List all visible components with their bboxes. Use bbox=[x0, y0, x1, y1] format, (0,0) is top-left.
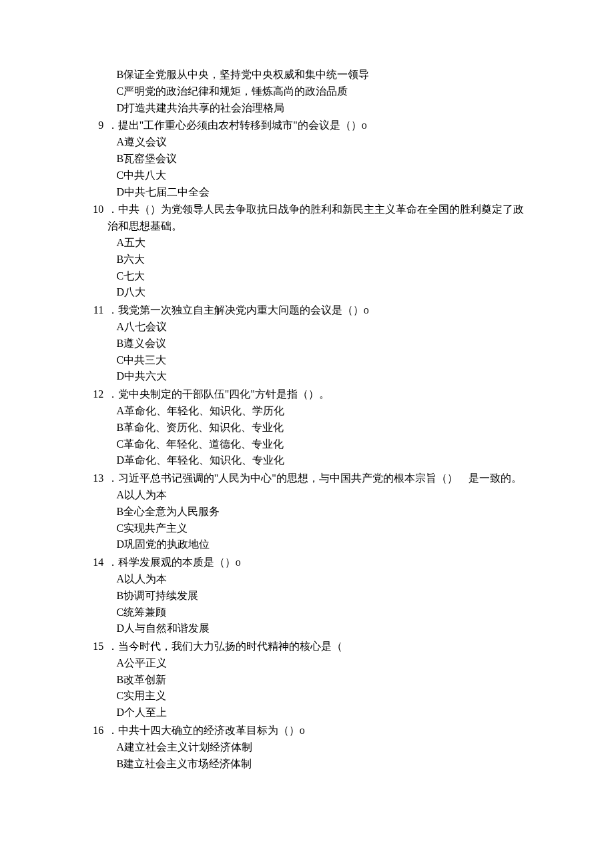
option-text: B改革创新 bbox=[116, 672, 534, 689]
option-text: C七大 bbox=[116, 268, 534, 285]
option-text: B协调可持续发展 bbox=[116, 588, 534, 604]
option-text: D巩固党的执政地位 bbox=[116, 536, 534, 553]
question-number: 15 bbox=[80, 638, 107, 655]
option-text: C革命化、年轻化、道德化、专业化 bbox=[116, 436, 534, 453]
options-list: A革命化、年轻化、知识化、学历化B革命化、资历化、知识化、专业化C革命化、年轻化… bbox=[80, 403, 534, 469]
question-block: 9．提出"工作重心必须由农村转移到城市"的会议是（）oA遵义会议B瓦窑堡会议C中… bbox=[80, 117, 534, 200]
question-stem: 12．党中央制定的干部队伍"四化"方针是指（）。 bbox=[80, 386, 534, 403]
question-stem: 10．中共（）为党领导人民去争取抗日战争的胜利和新民主主义革命在全国的胜利奠定了… bbox=[80, 201, 534, 235]
option-text: A五大 bbox=[116, 235, 534, 252]
options-list: A遵义会议B瓦窑堡会议C中共八大D中共七届二中全会 bbox=[80, 134, 534, 200]
options-list: A建立社会主义计划经济体制B建立社会主义市场经济体制 bbox=[80, 739, 534, 773]
question-stem: 14．科学发展观的本质是（）o bbox=[80, 554, 534, 571]
option-text: D中共七届二中全会 bbox=[116, 184, 534, 201]
option-text: A建立社会主义计划经济体制 bbox=[116, 739, 534, 756]
question-stem: 13．习近平总书记强调的"人民为中心"的思想，与中国共产党的根本宗旨（） 是一致… bbox=[80, 470, 534, 487]
option-text: B全心全意为人民服务 bbox=[116, 504, 534, 520]
question-stem-text: ．提出"工作重心必须由农村转移到城市"的会议是（）o bbox=[107, 117, 534, 134]
question-stem: 15．当今时代，我们大力弘扬的时代精神的核心是（ bbox=[80, 638, 534, 655]
option-text: A遵义会议 bbox=[116, 134, 534, 151]
question-block: 10．中共（）为党领导人民去争取抗日战争的胜利和新民主主义革命在全国的胜利奠定了… bbox=[80, 201, 534, 301]
option-text: C中共八大 bbox=[116, 167, 534, 184]
option-text: B保证全党服从中央，坚持党中央权威和集中统一领导 bbox=[116, 67, 534, 83]
options-list: A以人为本B协调可持续发展C统筹兼顾D人与自然和谐发展 bbox=[80, 571, 534, 637]
option-text: A公平正义 bbox=[116, 655, 534, 672]
question-block: 11．我党第一次独立自主解决党内重大问题的会议是（）oA八七会议B遵义会议C中共… bbox=[80, 302, 534, 385]
option-text: D八大 bbox=[116, 284, 534, 301]
option-text: B六大 bbox=[116, 252, 534, 268]
option-text: D革命化、年轻化、知识化、专业化 bbox=[116, 452, 534, 469]
option-text: C实现共产主义 bbox=[116, 520, 534, 537]
option-text: B瓦窑堡会议 bbox=[116, 151, 534, 167]
option-text: C统筹兼顾 bbox=[116, 604, 534, 621]
question-number: 10 bbox=[80, 201, 107, 218]
option-text: C实用主义 bbox=[116, 688, 534, 705]
options-list: A公平正义B改革创新C实用主义D个人至上 bbox=[80, 655, 534, 721]
question-number: 13 bbox=[80, 470, 107, 487]
question-stem-text: ．中共十四大确立的经济改革目标为（）o bbox=[107, 723, 534, 739]
option-text: C严明党的政治纪律和规矩，锤炼高尚的政治品质 bbox=[116, 83, 534, 100]
question-stem-text: ．科学发展观的本质是（）o bbox=[107, 554, 534, 571]
option-text: D个人至上 bbox=[116, 705, 534, 721]
question-block: 13．习近平总书记强调的"人民为中心"的思想，与中国共产党的根本宗旨（） 是一致… bbox=[80, 470, 534, 553]
option-text: D中共六大 bbox=[116, 368, 534, 385]
question-number: 16 bbox=[80, 723, 107, 739]
option-text: D打造共建共治共享的社会治理格局 bbox=[116, 100, 534, 117]
option-text: B建立社会主义市场经济体制 bbox=[116, 756, 534, 773]
question-number: 11 bbox=[80, 302, 107, 319]
question-stem-text: ．中共（）为党领导人民去争取抗日战争的胜利和新民主主义革命在全国的胜利奠定了政治… bbox=[107, 201, 534, 235]
question-stem: 16．中共十四大确立的经济改革目标为（）o bbox=[80, 723, 534, 739]
option-text: B遵义会议 bbox=[116, 336, 534, 352]
options-list: A八七会议B遵义会议C中共三大D中共六大 bbox=[80, 319, 534, 385]
option-text: D人与自然和谐发展 bbox=[116, 620, 534, 637]
option-text: B革命化、资历化、知识化、专业化 bbox=[116, 420, 534, 436]
option-text: A八七会议 bbox=[116, 319, 534, 336]
orphan-options-block: B保证全党服从中央，坚持党中央权威和集中统一领导 C严明党的政治纪律和规矩，锤炼… bbox=[80, 67, 534, 116]
question-number: 9 bbox=[80, 117, 107, 134]
question-block: 15．当今时代，我们大力弘扬的时代精神的核心是（A公平正义B改革创新C实用主义D… bbox=[80, 638, 534, 721]
question-stem-text: ．当今时代，我们大力弘扬的时代精神的核心是（ bbox=[107, 638, 534, 655]
option-text: C中共三大 bbox=[116, 352, 534, 369]
question-stem-text: ．我党第一次独立自主解决党内重大问题的会议是（）o bbox=[107, 302, 534, 319]
question-stem: 9．提出"工作重心必须由农村转移到城市"的会议是（）o bbox=[80, 117, 534, 134]
option-text: A革命化、年轻化、知识化、学历化 bbox=[116, 403, 534, 420]
question-block: 14．科学发展观的本质是（）oA以人为本B协调可持续发展C统筹兼顾D人与自然和谐… bbox=[80, 554, 534, 637]
question-number: 12 bbox=[80, 386, 107, 403]
question-block: 16．中共十四大确立的经济改革目标为（）oA建立社会主义计划经济体制B建立社会主… bbox=[80, 723, 534, 772]
question-stem-text: ．党中央制定的干部队伍"四化"方针是指（）。 bbox=[107, 386, 534, 403]
question-stem-text: ．习近平总书记强调的"人民为中心"的思想，与中国共产党的根本宗旨（） 是一致的。 bbox=[107, 470, 534, 487]
option-text: A以人为本 bbox=[116, 487, 534, 504]
options-list: A五大B六大C七大D八大 bbox=[80, 235, 534, 301]
question-number: 14 bbox=[80, 554, 107, 571]
question-block: 12．党中央制定的干部队伍"四化"方针是指（）。A革命化、年轻化、知识化、学历化… bbox=[80, 386, 534, 469]
question-stem: 11．我党第一次独立自主解决党内重大问题的会议是（）o bbox=[80, 302, 534, 319]
option-text: A以人为本 bbox=[116, 571, 534, 588]
options-list: A以人为本B全心全意为人民服务C实现共产主义D巩固党的执政地位 bbox=[80, 487, 534, 553]
